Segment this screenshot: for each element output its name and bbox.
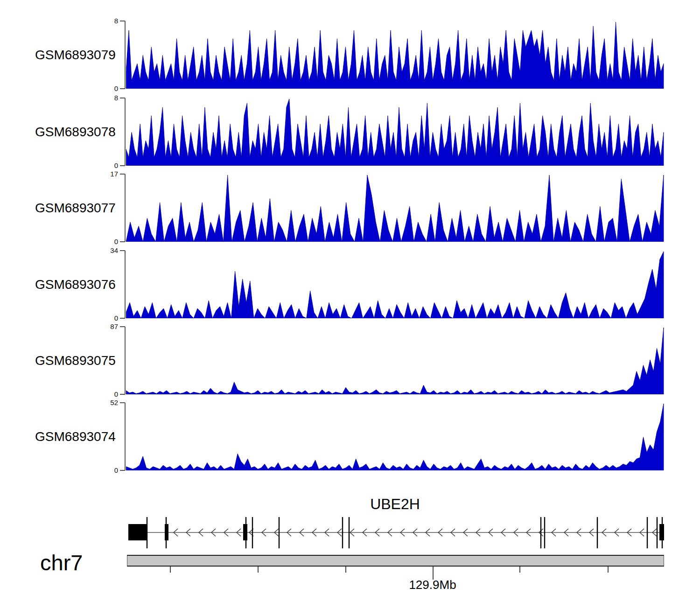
y-axis-line <box>125 327 126 394</box>
ideogram-tick <box>608 567 609 573</box>
genome-browser-figure: GSM689307980GSM689307880GSM6893077170GSM… <box>0 0 700 616</box>
ideogram-tick <box>170 567 171 573</box>
y-axis-tick <box>120 88 125 89</box>
y-axis-tick-label: 0 <box>96 314 118 322</box>
position-label: 129.9Mb <box>381 578 484 592</box>
y-axis-line <box>125 21 126 89</box>
y-axis-line <box>125 98 126 166</box>
y-axis-tick-label: 0 <box>96 238 118 245</box>
y-axis-tick <box>120 250 125 251</box>
y-axis-line <box>125 251 126 318</box>
y-axis-tick <box>120 394 125 395</box>
y-axis-tick <box>120 318 125 319</box>
coverage-signal <box>126 21 664 89</box>
y-axis-tick-label: 34 <box>96 246 118 254</box>
track-label: GSM6893079 <box>35 48 124 63</box>
coverage-signal <box>126 327 664 394</box>
ideogram-tick <box>519 567 520 573</box>
coverage-signal <box>126 251 664 318</box>
exon-box <box>243 524 247 540</box>
y-axis-tick <box>120 470 125 471</box>
ideogram-tick <box>258 567 259 573</box>
gene-name-label: UBE2H <box>126 496 664 513</box>
y-axis-tick <box>120 326 125 327</box>
coverage-signal <box>126 98 664 166</box>
y-axis-tick-label: 0 <box>96 161 118 169</box>
track-label: GSM6893075 <box>35 353 124 368</box>
y-axis-tick-label: 0 <box>96 466 118 474</box>
y-axis-tick-label: 17 <box>96 170 118 178</box>
y-axis-tick-label: 8 <box>96 94 118 102</box>
y-axis-tick <box>120 402 125 403</box>
gene-model <box>126 513 667 555</box>
y-axis-tick-label: 87 <box>96 322 118 330</box>
y-axis-tick <box>120 21 125 21</box>
y-axis-tick-label: 52 <box>96 399 118 406</box>
y-axis-tick <box>120 165 125 166</box>
track-label: GSM6893074 <box>35 429 124 444</box>
y-axis-tick-label: 0 <box>96 84 118 92</box>
track-label: GSM6893076 <box>35 277 124 292</box>
exon-box <box>128 524 147 540</box>
y-axis-tick-label: 8 <box>96 17 118 25</box>
y-axis-tick <box>120 98 125 98</box>
y-axis-tick-label: 0 <box>96 390 118 398</box>
track-label: GSM6893077 <box>35 201 124 216</box>
y-axis-line <box>125 174 126 242</box>
chromosome-label: chr7 <box>40 550 83 575</box>
track-label: GSM6893078 <box>35 125 124 140</box>
coverage-signal <box>126 174 664 242</box>
coverage-signal <box>126 403 664 470</box>
ideogram-tick <box>345 567 346 573</box>
y-axis-tick <box>120 174 125 175</box>
y-axis-tick <box>120 241 125 242</box>
y-axis-line <box>125 403 126 470</box>
exon-box <box>165 524 168 540</box>
exon-box <box>659 524 664 540</box>
chromosome-ideogram-bar <box>127 555 664 567</box>
